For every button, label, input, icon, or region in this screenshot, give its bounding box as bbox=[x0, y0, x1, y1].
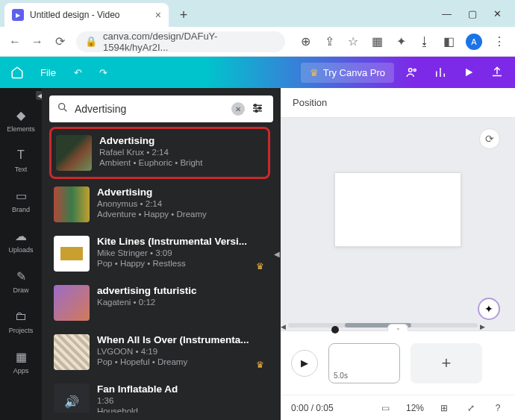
track-tags: Household bbox=[97, 407, 266, 413]
svg-point-2 bbox=[59, 104, 65, 110]
timeline-play-button[interactable]: ▶ bbox=[291, 350, 318, 377]
track-tags: Ambient • Euphoric • Bright bbox=[99, 158, 263, 167]
premium-crown-icon: ♛ bbox=[256, 360, 264, 370]
audio-result-item[interactable]: Advertising Rafael Krux • 2:14 Ambient •… bbox=[49, 127, 270, 179]
track-artist-duration: Anonymus • 2:14 bbox=[97, 199, 266, 208]
home-icon[interactable] bbox=[7, 63, 27, 82]
browser-urlbar: ← → ⟳ 🔒 canva.com/design/DAFuY-1594k/hyA… bbox=[0, 27, 515, 57]
window-controls: — ▢ ✕ bbox=[442, 8, 515, 27]
position-toolbar[interactable]: Position bbox=[281, 88, 515, 118]
audio-result-item[interactable]: Kite Lines (Instrumental Versi... Mike S… bbox=[49, 230, 270, 278]
track-thumbnail bbox=[54, 285, 90, 321]
track-artist-duration: Mike Stringer • 3:09 bbox=[97, 248, 266, 257]
track-thumbnail: 🔊 bbox=[54, 383, 90, 413]
window-maximize-icon[interactable]: ▢ bbox=[468, 8, 477, 19]
audio-result-item[interactable]: advertising futuristic Kagateni • 0:12 bbox=[49, 279, 270, 327]
tab-close-icon[interactable]: × bbox=[155, 9, 161, 21]
zoom-display: 12% bbox=[406, 403, 424, 413]
search-box[interactable]: ✕ bbox=[49, 95, 273, 122]
audio-panel: ✕ Advertising Rafael Krux • 2:14 Ambient… bbox=[42, 88, 281, 420]
timeline-footer: 0:00 / 0:05 ▭ 12% ⊞ ⤢ ? bbox=[281, 395, 515, 420]
share-upload-icon[interactable] bbox=[487, 62, 508, 83]
audio-result-item[interactable]: Advertising Anonymus • 2:14 Adventure • … bbox=[49, 181, 270, 228]
svg-point-3 bbox=[255, 104, 257, 107]
editor-viewport[interactable]: ⟳ ✦ ◀ ▶ bbox=[281, 118, 515, 330]
panel-collapse-handle[interactable]: ◀ bbox=[272, 234, 281, 275]
cloud-upload-icon: ☁ bbox=[13, 228, 28, 243]
analytics-icon[interactable] bbox=[430, 62, 451, 83]
track-title: Fan Inflatable Ad bbox=[97, 383, 266, 395]
rail-projects[interactable]: 🗀 Projects bbox=[0, 301, 42, 342]
track-thumbnail bbox=[54, 187, 90, 222]
rail-elements[interactable]: ◆ Elements bbox=[0, 100, 42, 140]
crown-icon: ♛ bbox=[310, 67, 319, 78]
canvas-page[interactable] bbox=[334, 172, 461, 247]
help-icon[interactable]: ? bbox=[491, 401, 505, 415]
profile-avatar[interactable]: A bbox=[466, 34, 482, 50]
address-bar[interactable]: 🔒 canva.com/design/DAFuY-1594k/hyAr2I... bbox=[76, 31, 285, 52]
rail-draw[interactable]: ✎ Draw bbox=[0, 261, 42, 301]
nav-back-icon[interactable]: ← bbox=[9, 35, 21, 48]
zoom-icon[interactable]: ⊕ bbox=[299, 35, 312, 48]
track-title: Kite Lines (Instrumental Versi... bbox=[97, 236, 266, 247]
filter-sliders-icon[interactable] bbox=[251, 101, 266, 116]
tab-title: Untitled design - Video bbox=[30, 10, 120, 20]
timeline-clip[interactable]: 5.0s bbox=[328, 343, 400, 383]
extension-gtranslate-icon[interactable]: ▦ bbox=[370, 35, 384, 48]
extensions-icon[interactable]: ✦ bbox=[394, 35, 408, 48]
rail-uploads[interactable]: ☁ Uploads bbox=[0, 221, 42, 261]
add-clip-button[interactable]: + bbox=[411, 343, 482, 383]
track-tags: Pop • Hopeful • Dreamy bbox=[97, 357, 266, 366]
nav-reload-icon[interactable]: ⟳ bbox=[54, 35, 66, 48]
time-display: 0:00 / 0:05 bbox=[291, 403, 334, 413]
scroll-right-icon[interactable]: ▶ bbox=[480, 323, 485, 330]
timeline-notch-icon[interactable]: ⌄ bbox=[387, 324, 408, 331]
playhead-icon[interactable] bbox=[331, 326, 339, 333]
browser-titlebar: Untitled design - Video × + — ▢ ✕ bbox=[0, 0, 515, 27]
window-minimize-icon[interactable]: — bbox=[442, 8, 452, 19]
scroll-left-icon[interactable]: ◀ bbox=[281, 323, 286, 330]
file-menu[interactable]: File bbox=[34, 64, 62, 81]
search-input[interactable] bbox=[75, 103, 225, 115]
invite-icon[interactable] bbox=[402, 62, 422, 83]
track-artist-duration: 1:36 bbox=[97, 396, 266, 405]
side-rail: ◀ ◆ Elements T Text ▭ Brand ☁ Uploads ✎ … bbox=[0, 88, 42, 420]
browser-tab[interactable]: Untitled design - Video × bbox=[4, 3, 169, 27]
svg-point-1 bbox=[413, 69, 416, 72]
svg-point-0 bbox=[409, 69, 413, 72]
clear-search-icon[interactable]: ✕ bbox=[231, 102, 245, 116]
audio-result-item[interactable]: 🔊 Fan Inflatable Ad 1:36 Household bbox=[49, 377, 270, 413]
share-icon[interactable]: ⇪ bbox=[322, 35, 336, 48]
bookmark-icon[interactable]: ☆ bbox=[346, 35, 360, 48]
grid-view-icon[interactable]: ⊞ bbox=[437, 401, 451, 415]
search-icon bbox=[57, 101, 69, 116]
sidepanel-icon[interactable]: ◧ bbox=[442, 35, 455, 48]
audio-result-item[interactable]: When All Is Over (Instrumenta... LVGOON … bbox=[49, 328, 270, 376]
present-icon[interactable] bbox=[458, 62, 479, 83]
track-title: advertising futuristic bbox=[97, 285, 266, 296]
briefcase-icon: ▭ bbox=[13, 188, 28, 203]
rail-apps[interactable]: ▦ Apps bbox=[0, 342, 42, 382]
new-tab-button[interactable]: + bbox=[173, 4, 194, 25]
rail-text[interactable]: T Text bbox=[0, 140, 42, 181]
track-thumbnail bbox=[54, 236, 90, 272]
browser-menu-icon[interactable]: ⋮ bbox=[493, 35, 506, 48]
track-title: Advertising bbox=[99, 135, 263, 146]
magic-assist-icon[interactable]: ✦ bbox=[478, 298, 500, 320]
shapes-icon: ◆ bbox=[13, 107, 28, 122]
rail-brand[interactable]: ▭ Brand bbox=[0, 181, 42, 221]
track-title: Advertising bbox=[97, 187, 266, 198]
clip-duration: 5.0s bbox=[334, 372, 348, 380]
try-canva-pro-button[interactable]: ♛ Try Canva Pro bbox=[301, 63, 394, 83]
canva-top-bar: File ↶ ↷ ♛ Try Canva Pro bbox=[0, 57, 515, 88]
window-close-icon[interactable]: ✕ bbox=[493, 8, 502, 19]
downloads-icon[interactable]: ⭳ bbox=[418, 35, 431, 48]
track-thumbnail bbox=[54, 334, 90, 370]
undo-icon[interactable]: ↶ bbox=[69, 63, 87, 81]
fullscreen-icon[interactable]: ⤢ bbox=[464, 401, 478, 415]
nav-forward-icon[interactable]: → bbox=[31, 35, 43, 48]
redo-icon[interactable]: ↷ bbox=[95, 63, 113, 81]
reset-view-icon[interactable]: ⟳ bbox=[479, 128, 500, 149]
pages-view-icon[interactable]: ▭ bbox=[379, 401, 393, 415]
horizontal-scrollbar[interactable]: ◀ ▶ bbox=[288, 323, 478, 327]
